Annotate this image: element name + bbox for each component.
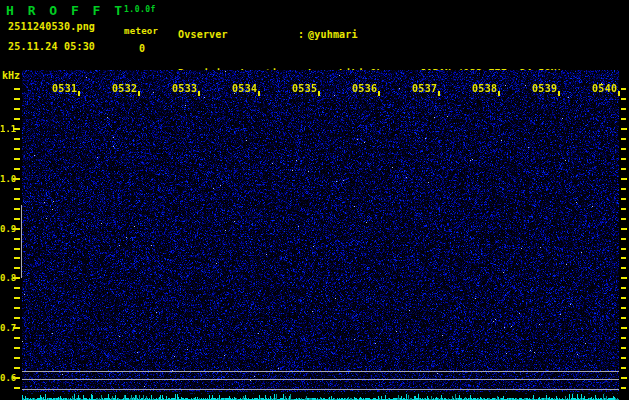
capture-filename: 2511240530.png: [8, 21, 95, 32]
freq-minor-tick: [14, 88, 20, 90]
freq-minor-tick: [14, 307, 20, 309]
time-tick: [558, 91, 560, 96]
hrofft-screen: H R O F F T 1.0.0f 2511240530.png meteor…: [0, 0, 629, 400]
freq-right-tick: [621, 277, 627, 279]
freq-right-tick: [621, 138, 626, 140]
freq-major-tick: [13, 277, 20, 279]
freq-right-tick: [621, 98, 626, 100]
freq-minor-tick: [14, 317, 20, 319]
freq-minor-tick: [14, 208, 20, 210]
freq-minor-tick: [14, 367, 20, 369]
freq-right-tick: [621, 198, 626, 200]
station-row-value: @yuhmari: [308, 29, 358, 40]
freq-minor-tick: [14, 238, 20, 240]
meteor-label: meteor: [124, 26, 158, 36]
freq-right-tick: [621, 337, 626, 339]
freq-right-tick: [621, 377, 627, 379]
freq-minor-tick: [14, 158, 20, 160]
time-tick: [198, 91, 200, 96]
freq-minor-tick: [14, 347, 20, 349]
capture-datetime: 25.11.24 05:30: [8, 41, 95, 52]
time-label: 0532: [112, 83, 137, 94]
freq-minor-tick: [14, 267, 20, 269]
marker-line: [22, 371, 619, 372]
time-tick: [78, 91, 80, 96]
freq-axis-unit: kHz: [2, 70, 20, 81]
freq-right-tick: [621, 357, 626, 359]
freq-right-tick: [621, 387, 626, 389]
time-label: 0534: [232, 83, 257, 94]
time-tick: [438, 91, 440, 96]
freq-minor-tick: [14, 118, 20, 120]
freq-right-tick: [621, 347, 626, 349]
freq-right-tick: [621, 88, 626, 90]
freq-right-tick: [621, 128, 627, 130]
freq-minor-tick: [14, 287, 20, 289]
freq-major-tick: [13, 228, 20, 230]
freq-major-tick: [13, 377, 20, 379]
freq-right-tick: [621, 158, 626, 160]
freq-right-tick: [621, 188, 626, 190]
app-title: H R O F F T: [6, 3, 125, 18]
freq-right-tick: [621, 327, 627, 329]
freq-right-tick: [621, 218, 626, 220]
time-tick: [618, 91, 620, 96]
time-tick: [378, 91, 380, 96]
freq-minor-tick: [14, 98, 20, 100]
freq-minor-tick: [14, 188, 20, 190]
time-label: 0531: [52, 83, 77, 94]
freq-major-tick: [13, 327, 20, 329]
freq-minor-tick: [14, 357, 20, 359]
station-row: Ovserver:@yuhmari: [178, 28, 563, 41]
time-label: 0536: [352, 83, 377, 94]
time-tick: [258, 91, 260, 96]
marker-line: [22, 389, 619, 390]
freq-major-tick: [13, 178, 20, 180]
freq-minor-tick: [14, 257, 20, 259]
freq-right-tick: [621, 267, 626, 269]
meteor-count: 0: [139, 43, 145, 54]
freq-right-tick: [621, 248, 626, 250]
freq-right-tick: [621, 317, 626, 319]
freq-right-tick: [621, 238, 626, 240]
freq-minor-tick: [14, 248, 20, 250]
app-version: 1.0.0f: [124, 5, 156, 14]
freq-minor-tick: [14, 108, 20, 110]
freq-right-tick: [621, 257, 626, 259]
time-label: 0535: [292, 83, 317, 94]
freq-right-tick: [621, 297, 626, 299]
time-label: 0537: [412, 83, 437, 94]
freq-major-tick: [13, 128, 20, 130]
time-tick: [318, 91, 320, 96]
freq-right-tick: [621, 208, 626, 210]
freq-right-tick: [621, 168, 626, 170]
time-tick: [498, 91, 500, 96]
freq-right-tick: [621, 108, 626, 110]
freq-minor-tick: [14, 148, 20, 150]
time-label: 0540: [592, 83, 617, 94]
freq-right-tick: [621, 287, 626, 289]
freq-minor-tick: [14, 387, 20, 389]
freq-right-tick: [621, 148, 626, 150]
station-row-label: Ovserver: [178, 28, 298, 41]
freq-minor-tick: [14, 138, 20, 140]
time-tick: [138, 91, 140, 96]
freq-right-tick: [621, 228, 627, 230]
freq-right-tick: [621, 307, 626, 309]
freq-right-tick: [621, 118, 626, 120]
signal-level-strip: [22, 392, 619, 400]
freq-minor-tick: [14, 168, 20, 170]
freq-minor-tick: [14, 198, 20, 200]
station-row-separator: :: [298, 28, 308, 41]
time-label: 0539: [532, 83, 557, 94]
count-band-marker: [21, 205, 22, 278]
freq-minor-tick: [14, 337, 20, 339]
freq-right-tick: [621, 367, 626, 369]
marker-line: [22, 379, 619, 380]
spectrogram-noise: [22, 70, 619, 392]
time-label: 0533: [172, 83, 197, 94]
freq-right-tick: [621, 178, 627, 180]
freq-minor-tick: [14, 218, 20, 220]
time-label: 0538: [472, 83, 497, 94]
freq-minor-tick: [14, 297, 20, 299]
